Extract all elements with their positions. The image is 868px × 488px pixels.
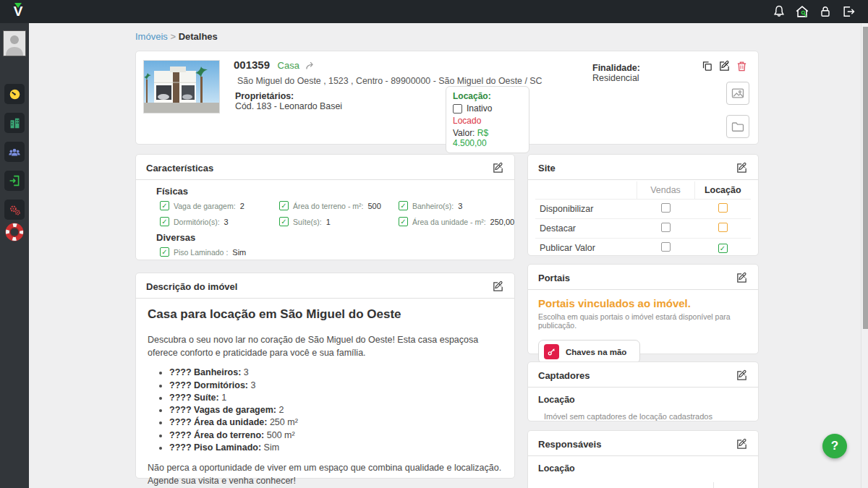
scrollbar-track[interactable] xyxy=(861,23,868,488)
table-row: Disponibilizar xyxy=(535,200,751,219)
site-edit-icon[interactable] xyxy=(735,161,748,174)
caracteristicas-card: Características Físicas ✓Vaga de garagem… xyxy=(135,154,515,260)
buildings-icon xyxy=(9,117,21,129)
feature-label: Piso Laminado : xyxy=(174,248,228,257)
owners-label: Proprietários: xyxy=(235,91,342,101)
purpose-label: Finalidade: xyxy=(592,63,640,73)
sidebar-item-support[interactable] xyxy=(4,221,25,243)
breadcrumb-current: Detalhes xyxy=(179,31,218,42)
property-photo[interactable] xyxy=(143,60,220,114)
fisicas-title: Físicas xyxy=(156,186,514,197)
descricao-edit-icon[interactable] xyxy=(491,280,504,293)
col-responsavel: Responsável xyxy=(535,482,713,488)
gauge-icon xyxy=(9,88,21,100)
scrollbar-thumb[interactable] xyxy=(863,27,868,329)
responsaveis-title: Responsáveis xyxy=(538,439,601,450)
sidebar-item-imoveis[interactable] xyxy=(4,113,25,133)
caracteristicas-title: Características xyxy=(146,163,213,174)
destacar-vendas-checkbox[interactable] xyxy=(661,223,671,232)
photos-button[interactable] xyxy=(726,82,749,105)
responsaveis-edit-icon[interactable] xyxy=(735,437,748,450)
users-icon xyxy=(8,145,21,158)
portal-button-label: Chaves na mão xyxy=(566,348,626,356)
copy-icon[interactable] xyxy=(701,60,713,72)
portal-chaves-na-mao-button[interactable]: Chaves na mão xyxy=(538,340,640,364)
feature-checkbox[interactable]: ✓ xyxy=(160,247,169,257)
disponibilizar-locacao-checkbox[interactable] xyxy=(718,203,728,213)
help-button[interactable]: ? xyxy=(822,434,847,458)
feature-checkbox[interactable]: ✓ xyxy=(399,217,408,226)
lifebuoy-icon xyxy=(4,222,25,242)
col-creci: Creci xyxy=(713,482,751,488)
destacar-locacao-checkbox[interactable] xyxy=(718,223,728,232)
feature-label: Área do terreno - m²: xyxy=(293,202,363,210)
descricao-title: Descrição do imóvel xyxy=(146,281,237,292)
app-logo[interactable]: V xyxy=(9,2,27,21)
list-item: ???? Área do terreno: 500 m² xyxy=(169,429,503,442)
diversas-title: Diversas xyxy=(156,232,514,243)
purpose-value: Residencial xyxy=(592,73,640,83)
bell-icon[interactable] xyxy=(771,4,787,20)
feature-label: Vaga de garagem: xyxy=(174,202,236,210)
sidebar-item-dashboard[interactable] xyxy=(4,84,25,104)
publicar-valor-vendas-checkbox[interactable] xyxy=(661,242,671,252)
property-code: 001359 xyxy=(234,59,270,71)
row-label: Publicar Valor xyxy=(535,239,637,258)
gears-icon xyxy=(9,204,21,216)
portais-card: Portais Portais vinculados ao imóvel. Es… xyxy=(527,264,759,354)
feature-checkbox[interactable]: ✓ xyxy=(399,201,408,210)
captadores-section-label: Locação xyxy=(528,388,758,409)
folder-icon xyxy=(731,119,745,134)
sidebar xyxy=(0,23,29,488)
captadores-card: Captadores Locação Imóvel sem captadores… xyxy=(527,361,759,421)
feature-item: ✓Suíte(s):1 xyxy=(279,217,399,226)
list-item: ???? Piso Laminado: Sim xyxy=(169,442,503,454)
feature-checkbox[interactable]: ✓ xyxy=(160,217,169,226)
feature-checkbox[interactable]: ✓ xyxy=(279,201,289,210)
portais-title: Portais xyxy=(538,273,570,283)
feature-item: ✓Vaga de garagem:2 xyxy=(160,201,279,210)
feature-item: ✓Área do terreno - m²:500 xyxy=(279,201,399,210)
row-label: Destacar xyxy=(535,219,637,239)
inactive-checkbox[interactable] xyxy=(453,104,462,114)
share-icon[interactable] xyxy=(305,60,316,73)
col-locacao: Locação xyxy=(694,181,751,200)
feature-checkbox[interactable]: ✓ xyxy=(160,201,169,210)
rental-status: Locado xyxy=(453,116,522,126)
list-item: ???? Vagas de garagem: 2 xyxy=(169,404,503,416)
lock-icon[interactable] xyxy=(817,4,833,20)
sidebar-item-pessoas[interactable] xyxy=(4,142,25,162)
caracteristicas-edit-icon[interactable] xyxy=(491,161,504,174)
user-avatar[interactable] xyxy=(3,30,26,56)
publicar-valor-locacao-checkbox[interactable]: ✓ xyxy=(718,244,728,253)
captadores-edit-icon[interactable] xyxy=(735,369,748,382)
documents-button[interactable] xyxy=(726,115,749,138)
disponibilizar-vendas-checkbox[interactable] xyxy=(661,203,671,213)
edit-icon[interactable] xyxy=(718,60,731,72)
breadcrumb-imoveis-link[interactable]: Imóveis xyxy=(135,31,168,42)
feature-checkbox[interactable]: ✓ xyxy=(279,217,289,226)
portais-edit-icon[interactable] xyxy=(735,271,748,284)
portais-heading: Portais vinculados ao imóvel. xyxy=(538,297,748,309)
inactive-label: Inativo xyxy=(467,103,492,114)
list-item: ???? Dormitórios: 3 xyxy=(169,380,503,392)
row-label: Disponibilizar xyxy=(535,200,637,219)
sidebar-item-configuracoes[interactable] xyxy=(4,200,25,220)
col-vendas: Vendas xyxy=(637,181,694,200)
logout-icon[interactable] xyxy=(841,4,856,20)
house-key-icon[interactable] xyxy=(794,4,810,20)
sidebar-item-contratos[interactable] xyxy=(4,171,25,191)
descricao-card: Descrição do imóvel Casa para locação em… xyxy=(135,273,515,479)
rental-title: Locação: xyxy=(453,91,522,101)
breadcrumb-separator: > xyxy=(170,31,176,42)
breadcrumb: Imóveis > Detalhes xyxy=(135,31,218,42)
feature-label: Banheiro(s): xyxy=(412,202,454,210)
feature-label: Dormitório(s): xyxy=(174,218,220,226)
portais-subtitle: Escolha em quais portais o imóvel estará… xyxy=(538,312,748,330)
feature-value: 3 xyxy=(224,218,229,226)
trash-icon[interactable] xyxy=(736,60,748,72)
feature-value: 1 xyxy=(326,218,331,226)
key-icon xyxy=(544,344,559,359)
listing-headline: Casa para locação em São Miguel do Oeste xyxy=(148,307,503,322)
site-publish-table: Vendas Locação Disponibilizar Destacar P… xyxy=(535,181,751,258)
